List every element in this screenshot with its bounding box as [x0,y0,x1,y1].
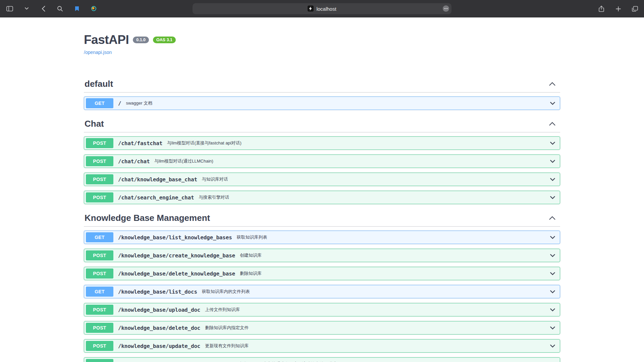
endpoint-path: /knowledge_base/create_knowledge_base [118,252,235,259]
browser-toolbar: localhost [0,0,644,17]
endpoint-row[interactable]: POST /knowledge_base/create_knowledge_ba… [84,249,560,262]
expand-endpoint-icon[interactable] [550,254,555,257]
endpoint-description: 与知识库对话 [202,176,228,182]
endpoint-path: /chat/fastchat [118,140,162,146]
collapse-section-icon[interactable] [549,82,559,86]
endpoint-row[interactable]: GET / swagger 文档 [84,97,560,110]
expand-endpoint-icon[interactable] [550,142,555,145]
section-header[interactable]: Knowledge Base Management [84,210,560,227]
endpoint-description: 删除知识库内指定文件 [205,325,249,331]
section-title: Chat [85,119,104,129]
site-favicon [308,6,314,12]
endpoint-description: 删除知识库 [240,270,262,277]
endpoint-path: /knowledge_base/update_doc [118,343,200,349]
endpoint-path: /knowledge_base/list_knowledge_bases [118,234,232,241]
endpoint-row[interactable]: POST /chat/search_engine_chat 与搜索引擎对话 [84,191,560,204]
section-title: default [85,79,113,89]
endpoint-row[interactable]: POST /knowledge_base/delete_doc 删除知识库内指定… [84,321,560,335]
page-title: FastAPI [84,33,129,47]
method-badge: POST [86,138,113,148]
endpoint-path: /knowledge_base/recreate_vector_store [118,361,235,362]
endpoint-list: GET /knowledge_base/list_knowledge_bases… [84,231,560,362]
url-text: localhost [316,6,336,11]
endpoint-list: POST /chat/fastchat 与llm模型对话(直接与fastchat… [84,136,560,209]
version-badge: 0.1.0 [133,37,149,44]
api-section: Knowledge Base Management GET /knowledge… [84,210,560,362]
oas-badge: OAS 3.1 [153,37,176,44]
endpoint-path: /chat/search_engine_chat [118,194,194,201]
search-icon[interactable] [56,4,64,13]
page-options-icon[interactable] [443,5,449,12]
endpoint-row[interactable]: POST /knowledge_base/upload_doc 上传文件到知识库 [84,303,560,316]
expand-endpoint-icon[interactable] [550,308,555,311]
endpoint-path: /knowledge_base/delete_knowledge_base [118,270,235,277]
share-icon[interactable] [597,4,606,13]
endpoint-path: / [118,100,121,107]
collapse-section-icon[interactable] [549,122,559,126]
expand-endpoint-icon[interactable] [550,196,555,199]
method-badge: GET [86,232,113,242]
endpoint-description: 更新现有文件到知识库 [205,343,249,349]
tab-overview-icon[interactable] [631,4,639,13]
expand-endpoint-icon[interactable] [550,160,555,163]
method-badge: POST [86,192,113,202]
endpoint-description: 获取知识库列表 [237,234,267,240]
expand-endpoint-icon[interactable] [550,102,555,105]
expand-endpoint-icon[interactable] [550,326,555,329]
endpoint-row[interactable]: POST /chat/fastchat 与llm模型对话(直接与fastchat… [84,136,560,150]
api-section: default GET / swagger 文档 [84,76,560,115]
pinned-tab-bookmark-icon[interactable] [72,4,81,13]
endpoint-row[interactable]: POST /chat/knowledge_base_chat 与知识库对话 [84,173,560,186]
endpoint-row[interactable]: POST /knowledge_base/update_doc 更新现有文件到知… [84,339,560,353]
section-title: Knowledge Base Management [85,213,210,223]
method-badge: POST [86,268,113,279]
sidebar-chevron-down-icon[interactable] [22,4,31,13]
endpoint-row[interactable]: GET /knowledge_base/list_docs 获取知识库内的文件列… [84,285,560,298]
expand-endpoint-icon[interactable] [550,345,555,348]
method-badge: POST [86,250,113,260]
endpoint-description: 获取知识库内的文件列表 [202,289,250,295]
back-icon[interactable] [39,4,48,13]
endpoint-row[interactable]: POST /knowledge_base/recreate_vector_sto… [84,357,560,362]
pinned-tab-target-icon[interactable] [89,4,98,13]
method-badge: GET [86,98,113,108]
endpoint-path: /knowledge_base/list_docs [118,289,197,295]
method-badge: POST [86,305,113,315]
method-badge: POST [86,341,113,351]
method-badge: POST [86,359,113,362]
api-section: Chat POST /chat/fastchat 与llm模型对话(直接与fas… [84,116,560,209]
api-sections: default GET / swagger 文档 Chat [84,76,560,362]
endpoint-path: /chat/chat [118,158,150,165]
expand-endpoint-icon[interactable] [550,272,555,275]
method-badge: GET [86,287,113,297]
address-bar[interactable]: localhost [193,3,451,14]
endpoint-description: 与llm模型对话(直接与fastchat api对话) [167,140,241,146]
section-header[interactable]: Chat [84,116,560,132]
section-header[interactable]: default [84,76,560,93]
collapse-section-icon[interactable] [549,216,559,220]
openapi-spec-link[interactable]: /openapi.json [84,50,112,55]
method-badge: POST [86,174,113,184]
expand-endpoint-icon[interactable] [550,178,555,181]
endpoint-path: /knowledge_base/delete_doc [118,325,200,331]
sidebar-toggle-icon[interactable] [5,4,14,13]
endpoint-description: 创建知识库 [240,252,262,258]
endpoint-row[interactable]: POST /chat/chat 与llm模型对话(通过LLMChain) [84,155,560,168]
method-badge: POST [86,156,113,166]
endpoint-list: GET / swagger 文档 [84,97,560,115]
new-tab-icon[interactable] [614,4,623,13]
expand-endpoint-icon[interactable] [550,290,555,293]
endpoint-description: 与llm模型对话(通过LLMChain) [154,158,213,164]
swagger-page: FastAPI 0.1.0 OAS 3.1 /openapi.json defa… [0,17,644,362]
endpoint-description: 上传文件到知识库 [205,307,240,313]
endpoint-description: swagger 文档 [126,100,152,106]
expand-endpoint-icon[interactable] [550,236,555,239]
endpoint-row[interactable]: GET /knowledge_base/list_knowledge_bases… [84,231,560,244]
endpoint-path: /chat/knowledge_base_chat [118,176,197,183]
endpoint-row[interactable]: POST /knowledge_base/delete_knowledge_ba… [84,267,560,280]
method-badge: POST [86,323,113,333]
endpoint-description: 与搜索引擎对话 [199,194,229,200]
endpoint-path: /knowledge_base/upload_doc [118,307,200,313]
